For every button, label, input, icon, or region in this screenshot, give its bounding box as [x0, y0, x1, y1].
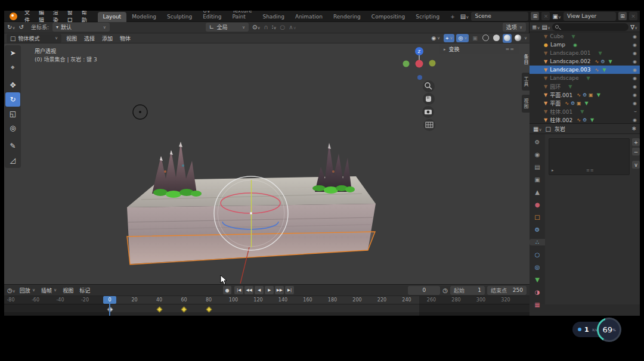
visibility-eye-icon[interactable]: ◉	[633, 92, 637, 98]
frame-start-field[interactable]: 起始 1	[450, 286, 485, 295]
properties-tab-scene[interactable]: ▲	[530, 189, 545, 195]
outliner-item-1[interactable]: ●Lamp◉◉	[530, 41, 640, 49]
xray-toggle[interactable]: ▣	[470, 34, 479, 42]
particle-slot-list[interactable]: ▸ ≡≡	[549, 138, 630, 175]
zoom-button[interactable]	[423, 80, 435, 92]
visibility-eye-closed-icon[interactable]: ⌣	[634, 108, 637, 114]
outliner-item-10[interactable]: ▼柱体.002∿⚙▼◉	[530, 116, 640, 124]
pin-icon[interactable]: ✱	[631, 126, 636, 132]
options-dropdown[interactable]: 选项 ∨	[503, 23, 526, 32]
tool-select-box[interactable]: ➤	[5, 46, 20, 60]
sidebar-tab-2[interactable]: 视图	[522, 95, 530, 113]
tool-rotate[interactable]: ↻	[5, 92, 20, 107]
auto-keying-toggle[interactable]: ●	[223, 286, 231, 294]
scene-icon[interactable]: ▤∨	[460, 13, 469, 20]
new-scene-button[interactable]: ⊞	[531, 12, 539, 20]
outliner-item-8[interactable]: ▼平面∿⚙▣▼◉	[530, 99, 640, 107]
active-tool-icon[interactable]: ↻∨	[7, 24, 16, 30]
visibility-eye-icon[interactable]: ◉	[633, 59, 637, 64]
timeline-editor-type-icon[interactable]: ◷∨	[7, 287, 16, 294]
viewport-menu-2[interactable]: 添加	[98, 35, 116, 42]
play-button[interactable]: ▶	[265, 286, 274, 294]
slot-expand-icon[interactable]: ▸	[552, 168, 554, 173]
outliner-item-3[interactable]: ▼Landscape.002∿⚙▼◉	[530, 57, 640, 66]
prev-keyframe-button[interactable]: ◀◀	[244, 286, 253, 294]
outliner-search[interactable]	[552, 23, 628, 31]
visibility-eye-icon[interactable]: ◉	[633, 84, 637, 89]
timeline-menu-1[interactable]: 插帧∨	[38, 287, 60, 294]
properties-tab-render[interactable]: ◉	[530, 151, 545, 158]
visibility-eye-icon[interactable]: ◉	[633, 76, 637, 81]
properties-tab-material[interactable]: ◑	[530, 289, 545, 295]
workspace-tab-8[interactable]: Compositing	[366, 12, 410, 22]
pan-hand-button[interactable]	[423, 93, 435, 105]
visibility-eye-icon[interactable]: ◉	[633, 51, 637, 56]
tool-transform[interactable]: ◎	[5, 121, 20, 135]
shading-solid-button[interactable]	[492, 34, 501, 43]
visibility-eye-icon[interactable]: ◉	[633, 42, 637, 48]
sidebar-tab-1[interactable]: 工具	[522, 73, 530, 91]
view-layer-icon[interactable]: ▣∨	[552, 13, 561, 20]
workspace-tab-1[interactable]: Modeling	[126, 12, 162, 22]
properties-tab-texture[interactable]: ▦	[530, 301, 545, 308]
delete-view-layer-button[interactable]: ×	[629, 12, 637, 20]
frame-end-field[interactable]: 结束点 250	[487, 286, 527, 295]
transform-panel[interactable]: ▸ 变换 ≡≡	[439, 45, 519, 54]
gizmos-toggle[interactable]: ⌖∨	[444, 34, 454, 42]
jump-end-button[interactable]: ▶|	[285, 286, 294, 294]
transform-orientation-dropdown[interactable]: ∟ 全局 ∨	[206, 23, 249, 32]
workspace-tab-2[interactable]: Sculpting	[162, 12, 197, 22]
add-slot-button[interactable]: +	[632, 138, 640, 146]
properties-tab-world[interactable]: ●	[530, 201, 545, 208]
outliner-filter-dropdown[interactable]: ∇∨	[630, 24, 637, 30]
outliner-display-mode-dropdown[interactable]: ≣∨	[532, 24, 540, 30]
tool-move[interactable]: ✥	[5, 78, 20, 92]
shading-material-button[interactable]	[503, 34, 512, 43]
visibility-eye-icon[interactable]: ◉	[633, 101, 637, 106]
next-keyframe-button[interactable]: ▶▶	[275, 286, 284, 294]
outliner-view-dropdown[interactable]: ▤∨	[542, 24, 551, 30]
shading-dropdown[interactable]: ∨	[524, 36, 527, 41]
timeline-ruler[interactable]: -80-60-40-200204060801001201401601802002…	[4, 296, 530, 304]
remove-slot-button[interactable]: −	[632, 148, 640, 155]
timeline-menu-0[interactable]: 回放∨	[17, 287, 38, 294]
falloff-dropdown[interactable]: ∧∨	[289, 24, 296, 30]
properties-tab-object[interactable]: □	[530, 214, 545, 220]
workspace-tab-5[interactable]: Shading	[257, 12, 290, 22]
tool-annotate[interactable]: ✎	[5, 139, 20, 153]
visibility-eye-icon[interactable]: ◉	[633, 117, 637, 123]
tool-measure[interactable]: ◿	[5, 153, 20, 167]
scene-selector[interactable]: Scene	[471, 12, 528, 21]
timeline-menu-3[interactable]: 标记	[76, 287, 93, 294]
tweak-tool-icon[interactable]: ↺	[19, 24, 24, 30]
properties-tab-tool[interactable]: ⚙	[530, 139, 545, 145]
properties-editor-type-icon[interactable]: ▦∨	[533, 126, 542, 132]
snap-magnet-icon[interactable]: ∩	[264, 24, 268, 30]
visibility-eye-icon[interactable]: ◉	[633, 67, 637, 73]
workspace-tab-6[interactable]: Animation	[290, 12, 328, 22]
shading-wireframe-button[interactable]	[481, 34, 490, 43]
sidebar-tab-0[interactable]: 条目	[522, 51, 530, 69]
outliner-item-5[interactable]: ▼Landscape▼◉	[530, 74, 640, 82]
shading-rendered-button[interactable]	[513, 34, 522, 43]
workspace-tab-0[interactable]: Layout	[98, 12, 127, 22]
playhead-frame-badge[interactable]: 0	[103, 296, 116, 304]
proportional-edit-icon[interactable]: ○	[280, 24, 286, 30]
workspace-tab-10[interactable]: +	[445, 12, 460, 22]
workspace-tab-9[interactable]: Scripting	[410, 12, 445, 22]
current-frame-field[interactable]: 0	[408, 286, 440, 295]
outliner-item-9[interactable]: ▼柱体.001▼⌣	[530, 107, 640, 116]
viewport-menu-1[interactable]: 选择	[80, 35, 98, 42]
mode-dropdown[interactable]: □ 物体模式 ∨	[7, 34, 61, 43]
pivot-point-dropdown[interactable]: ⊙∨	[252, 24, 261, 30]
overlays-toggle[interactable]: ◎∨	[456, 34, 469, 42]
viewport-canvas[interactable]: Z	[4, 43, 530, 284]
properties-tab-viewlayer[interactable]: ▣	[530, 176, 545, 183]
outliner-item-0[interactable]: ▼Cube▼◉	[530, 32, 640, 41]
workspace-tab-7[interactable]: Rendering	[328, 12, 366, 22]
play-reverse-button[interactable]: ◀	[255, 286, 264, 294]
properties-tab-particles[interactable]: ∴	[530, 239, 545, 245]
workspace-tab-4[interactable]: Texture Paint	[227, 11, 257, 22]
new-view-layer-button[interactable]: ⊞	[618, 12, 627, 20]
outliner-item-6[interactable]: ▼圆环▼◉	[530, 82, 640, 91]
